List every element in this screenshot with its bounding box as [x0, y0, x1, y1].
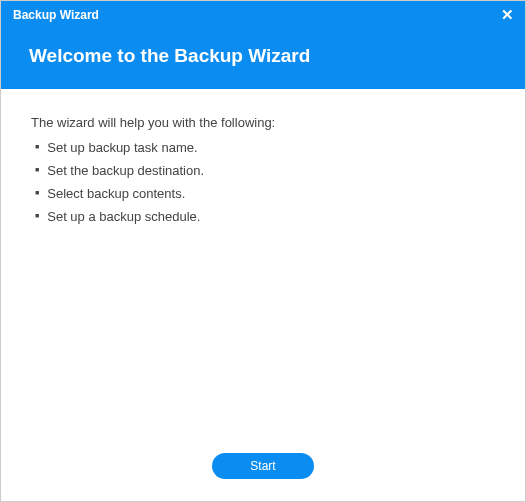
page-title: Welcome to the Backup Wizard: [29, 45, 497, 67]
titlebar: Backup Wizard ✕: [1, 1, 525, 29]
list-item: Set up backup task name.: [35, 140, 495, 155]
header-banner: Welcome to the Backup Wizard: [1, 29, 525, 89]
close-icon[interactable]: ✕: [499, 7, 515, 23]
steps-list: Set up backup task name. Set the backup …: [31, 140, 495, 224]
content-area: The wizard will help you with the follow…: [1, 89, 525, 437]
intro-text: The wizard will help you with the follow…: [31, 115, 495, 130]
list-item: Set up a backup schedule.: [35, 209, 495, 224]
footer: Start: [1, 437, 525, 501]
start-button[interactable]: Start: [212, 453, 313, 479]
window-title: Backup Wizard: [11, 8, 99, 22]
wizard-window: Backup Wizard ✕ Welcome to the Backup Wi…: [0, 0, 526, 502]
list-item: Set the backup destination.: [35, 163, 495, 178]
list-item: Select backup contents.: [35, 186, 495, 201]
